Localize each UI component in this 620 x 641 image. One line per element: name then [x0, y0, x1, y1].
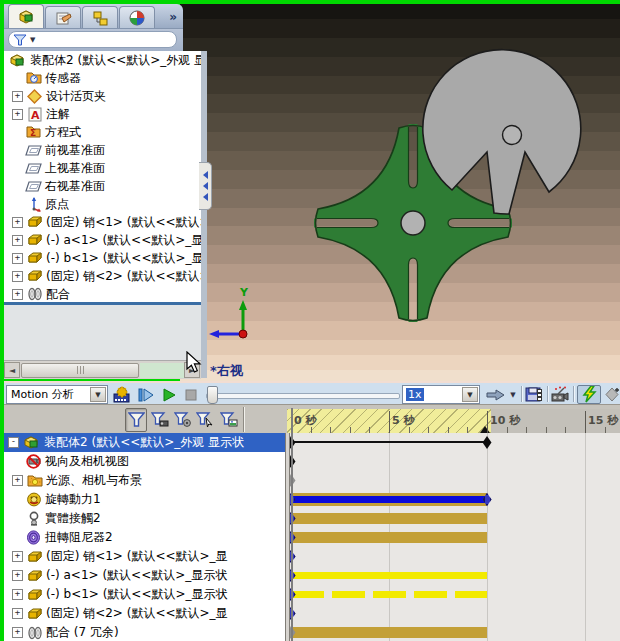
filter-driving-button[interactable] — [172, 408, 194, 432]
playback-speed-dropdown-icon[interactable]: ▼ — [462, 387, 478, 402]
tree-item-label: 设计活页夹 — [46, 88, 106, 105]
timeline-row-b-1[interactable] — [290, 585, 620, 604]
tree-item-plane[interactable]: 上视基准面 — [4, 159, 201, 177]
tree-item-assembly[interactable]: 装配体2 (默认<<默认>_外观 显示 — [4, 51, 201, 69]
filter-animated-button[interactable] — [149, 408, 171, 432]
timeline-row-orientation-camera-views[interactable] — [290, 452, 620, 471]
key-diamond-black[interactable] — [483, 436, 492, 449]
study-type-combo[interactable]: Motion 分析 ▼ — [6, 385, 108, 404]
collapse-icon[interactable]: - — [8, 437, 19, 448]
timeline-row-pin-1[interactable] — [290, 547, 620, 566]
tree-item-contact[interactable]: 實體接觸2 — [4, 509, 285, 528]
timeline-row-mates[interactable] — [290, 623, 620, 641]
tab-displaymanager[interactable] — [119, 6, 155, 28]
expand-icon[interactable]: + — [12, 91, 23, 102]
tree-item-part[interactable]: +(-) a<1> (默认<<默认>_显示 — [4, 231, 201, 249]
expand-icon[interactable]: + — [12, 271, 23, 282]
tree-item-part[interactable]: +(固定) 销<1> (默认<<默认>_ — [4, 213, 201, 231]
expand-icon[interactable]: + — [12, 235, 23, 246]
timeline-bar-gold[interactable] — [291, 513, 487, 524]
tree-item-label: 装配体2 (默认<<默认>_外观 显示 — [28, 52, 201, 69]
tab-propertymanager[interactable] — [45, 6, 81, 28]
study-type-dropdown-icon[interactable]: ▼ — [90, 387, 106, 402]
playback-speed-combo[interactable]: 1x ▼ — [402, 385, 480, 404]
add-key-button[interactable] — [603, 385, 620, 404]
play-from-start-button[interactable] — [136, 385, 156, 404]
tree-item-plane[interactable]: 右视基准面 — [4, 177, 201, 195]
scroll-left-icon[interactable]: ◄ — [4, 362, 20, 378]
calculate-button[interactable] — [112, 385, 132, 404]
timeline-playhead[interactable] — [291, 408, 293, 641]
timeline-row-lights-cameras-scene[interactable] — [290, 471, 620, 490]
tree-item-lights[interactable]: +光源、相机与布景 — [4, 471, 285, 490]
timeline-bar-yellow[interactable] — [291, 572, 487, 579]
expand-icon[interactable]: + — [12, 253, 23, 264]
filter-none-button[interactable] — [125, 408, 147, 432]
tab-featuremanager[interactable] — [8, 4, 44, 28]
expand-icon[interactable]: + — [12, 109, 23, 120]
timeline-slider-thumb[interactable] — [207, 386, 218, 404]
filter-results-button[interactable] — [218, 408, 240, 432]
tree-item-label: 配合 — [46, 286, 70, 303]
viewport-3d[interactable]: Y Z *右视 — [180, 4, 620, 381]
tree-item-part[interactable]: +(-) b<1> (默认<<默认>_显示状 — [4, 585, 285, 604]
tree-item-binder[interactable]: +设计活页夹 — [4, 87, 201, 105]
playback-mode-dropdown-icon[interactable]: ▼ — [507, 385, 519, 404]
timeline-row-assembly[interactable] — [290, 433, 620, 452]
timeline-bar-gold[interactable] — [291, 532, 487, 543]
save-animation-button[interactable] — [524, 385, 544, 404]
stop-button[interactable] — [181, 385, 201, 404]
tree-item-part[interactable]: +(固定) 销<2> (默认<<默认>_ — [4, 267, 201, 285]
playback-mode-button[interactable] — [484, 385, 508, 404]
tree-item-part[interactable]: +(固定) 销<1> (默认<<默认>_显 — [4, 547, 285, 566]
tree-item-part[interactable]: +(-) b<1> (默认<<默认>_显示 — [4, 249, 201, 267]
filter-dropdown-arrow-icon[interactable]: ▼ — [30, 36, 35, 44]
filter-selected-button[interactable] — [194, 408, 216, 432]
expand-icon[interactable]: + — [12, 475, 23, 486]
timeline-ruler[interactable]: 0 秒5 秒10 秒15 秒 — [287, 409, 620, 434]
expand-icon[interactable]: + — [12, 608, 23, 619]
timeline-bar-line[interactable] — [291, 441, 487, 443]
expand-icon[interactable]: + — [12, 570, 23, 581]
timeline-row-solid-body-contact-2[interactable] — [290, 509, 620, 528]
motion-timeline[interactable] — [290, 433, 620, 641]
motion-study-properties-button[interactable] — [577, 385, 601, 404]
tree-item-camera-off[interactable]: 视向及相机视图 — [4, 452, 285, 471]
timeline-row-a-1[interactable] — [290, 566, 620, 585]
animation-end-marker[interactable] — [480, 426, 490, 433]
featuremanager-hscrollbar[interactable]: ◄ ► — [4, 360, 201, 379]
play-button[interactable] — [159, 385, 179, 404]
timeline-bar-yellow-dashed[interactable] — [291, 591, 487, 598]
tab-configurationmanager[interactable] — [82, 6, 118, 28]
scrollbar-thumb[interactable] — [21, 363, 139, 378]
tree-item-annotations[interactable]: +A注解 — [4, 105, 201, 123]
panel-collapse-handle[interactable] — [199, 162, 212, 210]
tab-overflow-chevron[interactable]: » — [169, 10, 177, 24]
timeline-row-pin-2[interactable] — [290, 604, 620, 623]
tree-item-part[interactable]: +(-) a<1> (默认<<默认>_显示状 — [4, 566, 285, 585]
tree-item-origin[interactable]: 原点 — [4, 195, 201, 213]
tree-item-equations[interactable]: Σ方程式 — [4, 123, 201, 141]
tree-item-mates[interactable]: +配合 (7 冗余) — [4, 623, 285, 641]
animation-wizard-button[interactable] — [550, 385, 570, 404]
timeline-slider-track[interactable] — [206, 393, 400, 399]
expand-icon[interactable]: + — [12, 289, 23, 300]
expand-icon[interactable]: + — [12, 217, 23, 228]
tree-item-plane[interactable]: 前视基准面 — [4, 141, 201, 159]
expand-icon[interactable]: + — [12, 551, 23, 562]
panel-viewport-splitter[interactable] — [201, 51, 207, 378]
tree-item-part[interactable]: +(固定) 销<2> (默认<<默认>_显 — [4, 604, 285, 623]
tree-item-mates[interactable]: +配合 — [4, 285, 201, 302]
timeline-bar-gold[interactable] — [291, 627, 487, 638]
expand-icon[interactable]: + — [12, 627, 23, 638]
timeline-row-rotary-motor-1[interactable] — [290, 490, 620, 509]
tree-item-motor[interactable]: 旋轉動力1 — [4, 490, 285, 509]
tree-item-damper[interactable]: 扭轉阻尼器2 — [4, 528, 285, 547]
tree-item-assembly[interactable]: -装配体2 (默认<<默认>_外观 显示状 — [4, 433, 285, 452]
expand-icon[interactable]: + — [12, 589, 23, 600]
tree-item-sensors[interactable]: 传感器 — [4, 69, 201, 87]
feature-filter-input[interactable]: ▼ — [8, 31, 177, 48]
timeline-bar-motor[interactable] — [291, 493, 487, 506]
tree-item-label: 光源、相机与布景 — [46, 472, 142, 489]
timeline-row-torsion-damper-2[interactable] — [290, 528, 620, 547]
